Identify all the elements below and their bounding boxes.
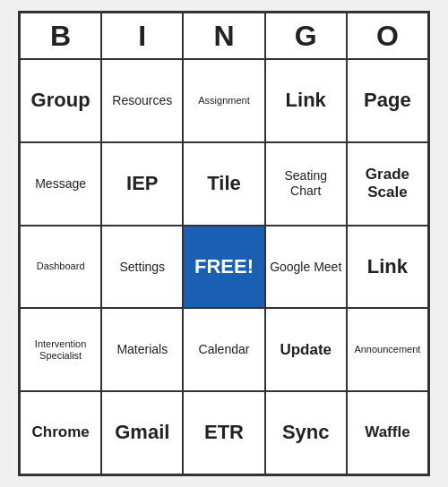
bingo-cell[interactable]: Waffle — [347, 391, 428, 474]
bingo-cell[interactable]: Google Meet — [265, 226, 347, 309]
bingo-cell[interactable]: Link — [265, 59, 347, 142]
bingo-cell[interactable]: Tile — [183, 142, 264, 226]
header-letter: O — [347, 13, 428, 59]
bingo-cell[interactable]: Dashboard — [20, 226, 101, 309]
bingo-row: GroupResourcesAssignmentLinkPage — [20, 59, 428, 142]
bingo-cell[interactable]: Group — [20, 59, 101, 142]
bingo-cell[interactable]: Announcement — [347, 308, 428, 391]
bingo-cell[interactable]: ETR — [183, 391, 264, 474]
bingo-cell[interactable]: Page — [347, 59, 428, 142]
bingo-cell[interactable]: Materials — [101, 308, 183, 391]
bingo-cell[interactable]: Assignment — [183, 59, 264, 142]
bingo-cell[interactable]: Gmail — [101, 391, 183, 474]
header-letter: B — [20, 13, 101, 59]
bingo-cell[interactable]: Settings — [101, 226, 183, 309]
bingo-grid: GroupResourcesAssignmentLinkPageMessageI… — [20, 59, 428, 474]
bingo-cell[interactable]: Seating Chart — [265, 142, 347, 226]
header-letter: G — [265, 13, 347, 59]
bingo-cell[interactable]: Intervention Specialist — [20, 308, 101, 391]
bingo-cell[interactable]: Sync — [265, 391, 347, 474]
bingo-row: Intervention SpecialistMaterialsCalendar… — [20, 308, 428, 391]
header-letter: I — [101, 13, 183, 59]
bingo-row: DashboardSettingsFREE!Google MeetLink — [20, 226, 428, 309]
bingo-cell[interactable]: IEP — [101, 142, 183, 226]
free-space[interactable]: FREE! — [183, 226, 264, 309]
bingo-cell[interactable]: Link — [347, 226, 428, 309]
bingo-cell[interactable]: Message — [20, 142, 101, 226]
bingo-cell[interactable]: Calendar — [183, 308, 264, 391]
bingo-header: BINGO — [20, 13, 428, 59]
bingo-row: MessageIEPTileSeating ChartGrade Scale — [20, 142, 428, 226]
bingo-card: BINGO GroupResourcesAssignmentLinkPageMe… — [18, 11, 430, 476]
header-letter: N — [183, 13, 264, 59]
bingo-cell[interactable]: Update — [265, 308, 347, 391]
bingo-row: ChromeGmailETRSyncWaffle — [20, 391, 428, 474]
bingo-cell[interactable]: Chrome — [20, 391, 101, 474]
bingo-cell[interactable]: Resources — [101, 59, 183, 142]
bingo-cell[interactable]: Grade Scale — [347, 142, 428, 226]
